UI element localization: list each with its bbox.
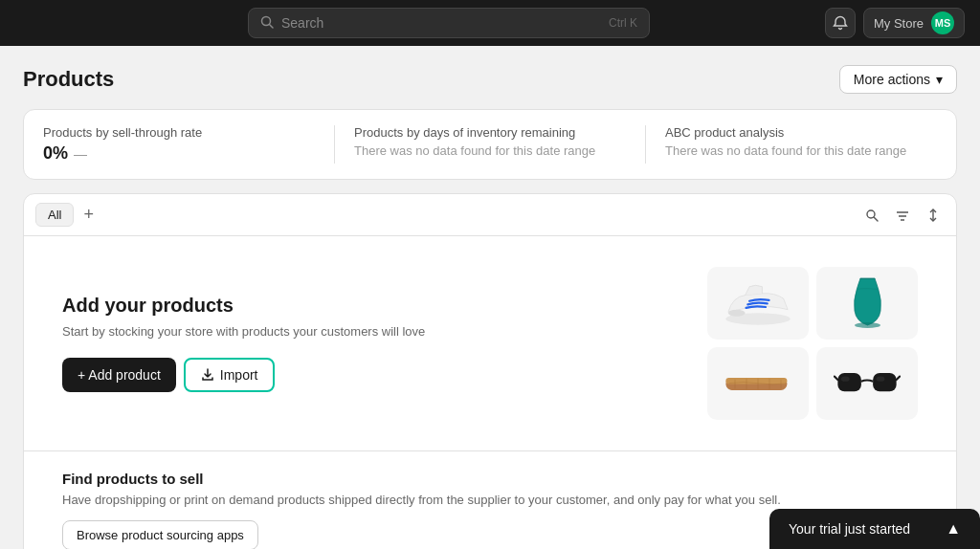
- product-tile-vase: [816, 267, 918, 340]
- add-product-label: + Add product: [78, 367, 161, 383]
- stat-label-0: Products by sell-through rate: [43, 125, 315, 140]
- tab-add-button[interactable]: +: [78, 203, 100, 227]
- svg-line-1: [269, 24, 273, 28]
- svg-point-9: [728, 310, 746, 317]
- svg-rect-18: [837, 373, 861, 391]
- search-input[interactable]: Search Ctrl K: [248, 8, 650, 38]
- import-label: Import: [220, 367, 258, 383]
- filter-list-button[interactable]: [891, 204, 914, 227]
- page-title: Products: [23, 67, 114, 92]
- product-illustrations: [707, 267, 918, 420]
- add-products-title: Add your products: [62, 295, 425, 317]
- sort-button[interactable]: [922, 204, 945, 227]
- browse-sourcing-apps-button[interactable]: Browse product sourcing apps: [62, 520, 258, 549]
- tab-all[interactable]: All: [35, 203, 74, 227]
- search-shortcut: Ctrl K: [609, 16, 637, 30]
- stats-card: Products by sell-through rate 0% — Produ…: [23, 109, 957, 180]
- svg-point-22: [841, 377, 850, 382]
- trial-banner[interactable]: Your trial just started ▲: [769, 509, 980, 549]
- stat-abc-analysis: ABC product analysis There was no data f…: [665, 125, 937, 164]
- tabs-bar: All +: [24, 194, 956, 236]
- import-button[interactable]: Import: [184, 358, 276, 392]
- chevron-down-icon: ▾: [936, 72, 943, 87]
- svg-line-21: [897, 377, 901, 381]
- svg-point-23: [877, 377, 885, 382]
- more-actions-button[interactable]: More actions ▾: [839, 65, 957, 94]
- stat-inventory-days: Products by days of inventory remaining …: [354, 125, 646, 164]
- tabs-left: All +: [35, 203, 100, 227]
- topbar-right: My Store MS: [825, 8, 965, 38]
- page-header: Products More actions ▾: [23, 65, 957, 94]
- add-products-actions: + Add product Import: [62, 358, 425, 392]
- add-products-subtitle: Start by stocking your store with produc…: [62, 324, 425, 339]
- stat-value-0: 0% —: [43, 143, 315, 164]
- svg-point-10: [855, 322, 880, 328]
- svg-line-20: [835, 377, 838, 381]
- stat-label-2: ABC product analysis: [665, 125, 937, 140]
- search-placeholder: Search: [281, 15, 323, 31]
- find-products-subtitle: Have dropshipping or print on demand pro…: [62, 493, 918, 507]
- tabs-right: [860, 204, 945, 227]
- main-content: Products More actions ▾ Products by sell…: [0, 46, 980, 549]
- stat-nodata-1: There was no data found for this date ra…: [354, 143, 626, 158]
- add-product-button[interactable]: + Add product: [62, 358, 176, 392]
- search-icon: [260, 15, 274, 32]
- notification-bell-button[interactable]: [825, 8, 856, 38]
- products-area: All +: [23, 193, 957, 549]
- topbar: Search Ctrl K My Store MS: [0, 0, 980, 46]
- stat-nodata-2: There was no data found for this date ra…: [665, 143, 937, 158]
- product-tile-sneaker: [707, 267, 809, 340]
- store-name: My Store: [874, 16, 924, 31]
- svg-line-3: [874, 217, 878, 221]
- svg-rect-19: [873, 373, 897, 391]
- plus-icon: +: [83, 205, 94, 224]
- avatar: MS: [931, 11, 954, 34]
- add-products-section: Add your products Start by stocking your…: [24, 236, 956, 450]
- product-tile-sunglasses: [816, 347, 918, 420]
- product-tile-wood: [707, 347, 809, 420]
- more-actions-label: More actions: [854, 72, 930, 87]
- stat-sell-through: Products by sell-through rate 0% —: [43, 125, 335, 164]
- store-selector-button[interactable]: My Store MS: [863, 8, 965, 38]
- chevron-up-icon: ▲: [946, 520, 961, 538]
- search-list-button[interactable]: [860, 204, 883, 227]
- add-products-text: Add your products Start by stocking your…: [62, 295, 425, 392]
- stat-label-1: Products by days of inventory remaining: [354, 125, 626, 140]
- find-products-title: Find products to sell: [62, 471, 918, 487]
- trial-label: Your trial just started: [789, 521, 910, 537]
